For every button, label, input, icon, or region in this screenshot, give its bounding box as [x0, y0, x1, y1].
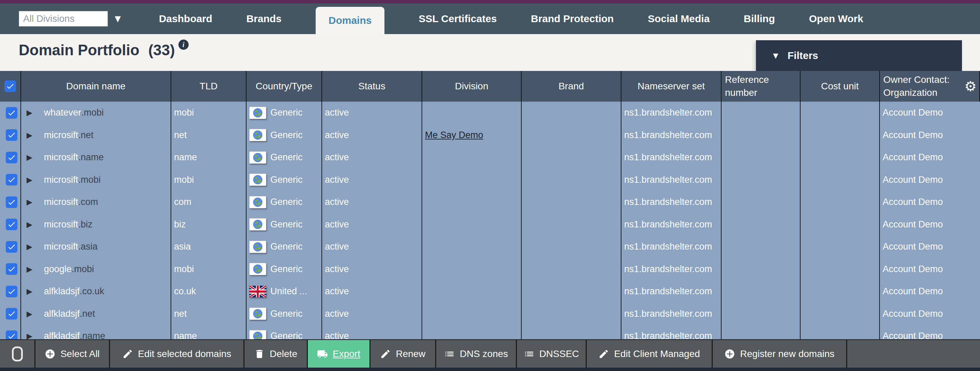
- select-all-button[interactable]: Select All: [35, 340, 110, 368]
- domain-name[interactable]: alfkladsjf: [44, 309, 80, 319]
- expand-arrow-icon[interactable]: ▶: [27, 310, 32, 318]
- dns-zones-button[interactable]: DNS zones: [436, 340, 517, 368]
- table-row[interactable]: ▶ microsift.mobi mobi: [0, 169, 980, 191]
- cost-unit-cell: [800, 124, 880, 147]
- row-checkbox[interactable]: [6, 197, 18, 208]
- list-icon: [444, 349, 455, 360]
- row-checkbox[interactable]: [6, 174, 18, 186]
- delete-button[interactable]: Delete: [245, 340, 308, 368]
- domain-name[interactable]: microsift: [44, 152, 78, 163]
- expand-arrow-icon[interactable]: ▶: [27, 198, 32, 206]
- renew-button[interactable]: Renew: [371, 340, 436, 368]
- domain-name[interactable]: alfkladsjf: [44, 286, 80, 297]
- table-row[interactable]: ▶ microsift.name name: [0, 146, 980, 169]
- division-link[interactable]: Me Say Demo: [425, 130, 483, 141]
- domain-count: (33): [148, 42, 175, 59]
- country-type-cell: Generic: [247, 124, 322, 147]
- expand-arrow-icon[interactable]: ▶: [27, 153, 32, 162]
- nav-item-billing[interactable]: Billing: [744, 3, 775, 34]
- country-type-cell: United ...: [247, 280, 322, 303]
- row-checkbox[interactable]: [5, 80, 16, 92]
- table-row[interactable]: ▶ google.mobi mobi: [0, 258, 980, 281]
- cost-unit-cell: [800, 213, 880, 236]
- domain-name[interactable]: microsift: [44, 130, 78, 141]
- owner-contact-cell: Account Demo: [880, 146, 980, 169]
- nav-item-dashboard[interactable]: Dashboard: [159, 3, 213, 34]
- row-checkbox[interactable]: [6, 129, 18, 141]
- division-dropdown[interactable]: ▼: [19, 11, 123, 27]
- domain-name[interactable]: google: [44, 264, 72, 275]
- domain-name[interactable]: microsift: [44, 197, 78, 207]
- table-row[interactable]: ▶ alfkladsjf.net net: [0, 303, 980, 325]
- register-new-domains-button[interactable]: Register new domains: [713, 340, 847, 368]
- header-cell: Nameserver set: [621, 71, 722, 102]
- expand-arrow-icon[interactable]: ▶: [27, 287, 32, 296]
- table-row[interactable]: ▶ microsift.net net: [0, 124, 980, 147]
- dropdown-arrow-icon[interactable]: ▼: [113, 14, 123, 24]
- deselect-circle-button[interactable]: [0, 340, 35, 368]
- expand-arrow-icon[interactable]: ▶: [27, 243, 32, 251]
- domain-name[interactable]: microsift: [44, 219, 78, 230]
- domain-name[interactable]: microsift: [44, 174, 78, 185]
- nav-links: Dashboard Brands Domains SSL Certificate…: [159, 3, 864, 34]
- expand-arrow-icon[interactable]: ▶: [27, 109, 32, 117]
- export-label: Export: [332, 349, 360, 360]
- domain-name[interactable]: whatever: [44, 107, 81, 118]
- header-cell: Brand: [522, 71, 621, 102]
- register-new-domains-label: Register new domains: [740, 349, 834, 360]
- nav-item-ssl-certificates[interactable]: SSL Certificates: [418, 3, 497, 34]
- top-navbar: ▼ Dashboard Brands Domains SSL Certifica…: [0, 3, 980, 34]
- reference-number-cell: [722, 191, 800, 213]
- header-checkbox-cell: [0, 71, 21, 102]
- expand-arrow-icon[interactable]: ▶: [27, 220, 32, 229]
- export-button[interactable]: Export: [308, 340, 371, 368]
- row-checkbox[interactable]: [6, 152, 18, 163]
- table-row[interactable]: ▶ alfkladsjf.co.uk co.uk: [0, 280, 980, 303]
- gear-icon[interactable]: ⚙: [964, 78, 977, 94]
- dnssec-button[interactable]: DNSSEC: [517, 340, 587, 368]
- row-checkbox[interactable]: [6, 308, 18, 320]
- domain-name-cell: ▶ alfkladsjf.net: [21, 303, 171, 325]
- division-filter-input[interactable]: [19, 11, 108, 27]
- country-type-cell: Generic: [247, 169, 322, 191]
- nav-item-social-media[interactable]: Social Media: [648, 3, 710, 34]
- expand-arrow-icon[interactable]: ▶: [27, 265, 32, 273]
- table-row[interactable]: ▶ microsift.com com: [0, 191, 980, 213]
- nav-item-open-work[interactable]: Open Work: [809, 3, 863, 34]
- edit-selected-domains-button[interactable]: Edit selected domains: [110, 340, 245, 368]
- row-checkbox[interactable]: [6, 286, 18, 297]
- expand-arrow-icon[interactable]: ▶: [27, 176, 32, 184]
- filters-button[interactable]: ▼ Filters: [756, 40, 962, 71]
- title-row: Domain Portfolio (33) i ▼ Filters: [0, 34, 980, 71]
- table-row[interactable]: ▶ whatever.mobi mobi: [0, 102, 980, 124]
- table-row[interactable]: ▶ microsift.biz biz: [0, 213, 980, 236]
- nameserver-cell: ns1.brandshelter.com: [621, 303, 722, 325]
- uk-flag-icon: [249, 286, 266, 297]
- nav-item-brand-protection[interactable]: Brand Protection: [531, 3, 614, 34]
- cost-unit-cell: [800, 102, 880, 124]
- table-row[interactable]: ▶ microsift.asia asia: [0, 236, 980, 258]
- edit-client-managed-button[interactable]: Edit Client Managed: [587, 340, 713, 368]
- row-checkbox[interactable]: [6, 263, 18, 275]
- tld-cell: co.uk: [171, 280, 247, 303]
- domain-name[interactable]: microsift: [44, 241, 78, 252]
- info-icon[interactable]: i: [178, 40, 189, 50]
- row-checkbox[interactable]: [6, 241, 18, 253]
- row-checkbox[interactable]: [6, 219, 18, 230]
- nav-item-domains[interactable]: Domains: [316, 7, 385, 34]
- status-cell: active: [322, 303, 422, 325]
- expand-arrow-icon[interactable]: ▶: [27, 131, 32, 139]
- pencil-icon: [122, 349, 133, 360]
- row-checkbox-cell: [0, 303, 21, 325]
- status-cell: active: [322, 213, 422, 236]
- row-checkbox[interactable]: [6, 107, 18, 119]
- nav-item-brands[interactable]: Brands: [246, 3, 281, 34]
- domain-name-suffix: .asia: [78, 241, 97, 252]
- domain-table: Domain nameTLDCountry/TypeStatusDivision…: [0, 71, 980, 347]
- owner-contact-cell: Account Demo: [880, 280, 980, 303]
- filters-arrow-icon: ▼: [771, 50, 780, 61]
- header-cell: Domain name: [21, 71, 171, 102]
- brand-cell: [522, 236, 621, 258]
- reference-number-cell: [722, 102, 800, 124]
- nameserver-cell: ns1.brandshelter.com: [621, 102, 722, 124]
